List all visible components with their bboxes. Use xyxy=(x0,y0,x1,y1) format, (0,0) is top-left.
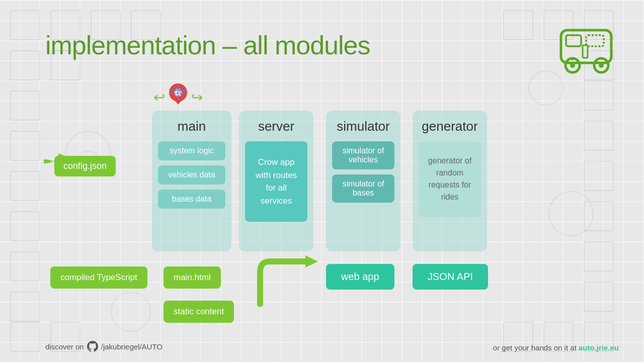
simulator-title: simulator xyxy=(332,119,394,134)
svg-rect-2 xyxy=(586,35,604,46)
server-content: Crow app with routes for all services xyxy=(245,141,307,222)
config-box: config.json xyxy=(54,156,116,176)
server-title: server xyxy=(245,119,307,134)
simulator-item-bases: simulator of bases xyxy=(332,174,394,203)
bottom-arrow xyxy=(240,251,320,309)
maps-pin: G xyxy=(167,81,189,113)
main-title: main xyxy=(158,119,225,134)
github-icon xyxy=(87,341,98,352)
svg-text:G: G xyxy=(175,89,180,97)
svg-marker-16 xyxy=(174,100,182,105)
arrow-left: ↩ xyxy=(153,89,165,106)
svg-rect-10 xyxy=(583,45,588,58)
static-content-box: static content xyxy=(164,301,234,323)
footer-right-link[interactable]: auto.jrie.eu xyxy=(579,343,619,352)
footer-github-link[interactable]: /jakubriegel/AUTO xyxy=(101,342,163,351)
svg-marker-18 xyxy=(305,255,318,267)
col-main: main system logic vehicles data bases da… xyxy=(152,111,231,251)
col-simulator: simulator simulator of vehicles simulato… xyxy=(326,111,400,251)
main-item-vehicles: vehicles data xyxy=(158,165,225,185)
col-server: server Crow app with routes for all serv… xyxy=(239,111,313,251)
svg-rect-1 xyxy=(566,35,581,46)
json-api-box: JSON API xyxy=(413,264,488,290)
arrow-right: ↪ xyxy=(191,89,203,106)
footer-right-prefix: or get your hands on it at xyxy=(493,343,577,352)
main-html-box: main.html xyxy=(164,266,221,289)
maps-area: ↩ G ↪ xyxy=(153,81,203,113)
webapp-box: web app xyxy=(326,264,394,290)
page-title: implementation – all modules xyxy=(45,30,370,60)
svg-point-6 xyxy=(599,63,604,68)
generator-title: generator xyxy=(419,119,481,134)
footer-discover-text: discover on xyxy=(45,342,84,351)
footer-right: or get your hands on it at auto.jrie.eu xyxy=(493,343,619,352)
compiled-typescript-box: compiled TypeScript xyxy=(50,266,147,289)
bus-icon xyxy=(553,15,619,80)
main-item-system: system logic xyxy=(158,141,225,160)
footer-left: discover on /jakubriegel/AUTO xyxy=(45,341,163,352)
svg-point-4 xyxy=(570,63,575,68)
generator-content: generator of random requests for rides xyxy=(419,141,481,217)
simulator-item-vehicles: simulator of vehicles xyxy=(332,141,394,169)
main-item-bases: bases data xyxy=(158,190,225,209)
col-generator: generator generator of random requests f… xyxy=(413,111,487,251)
